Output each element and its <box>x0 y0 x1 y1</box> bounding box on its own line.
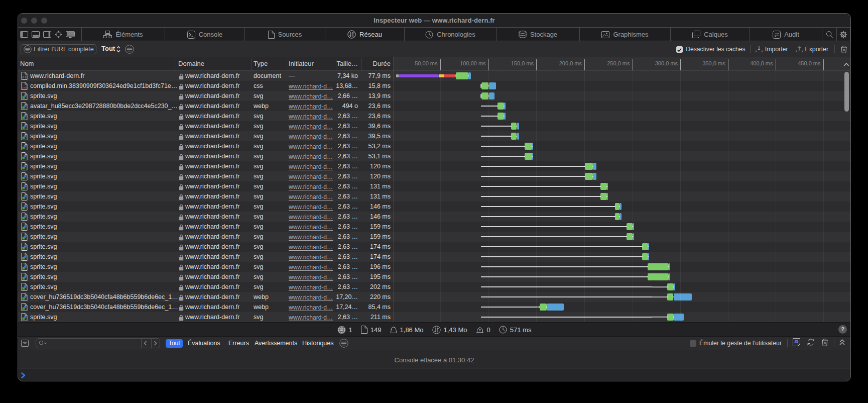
svg-text:JS: JS <box>794 340 799 343</box>
svg-text:css: css <box>22 86 27 89</box>
